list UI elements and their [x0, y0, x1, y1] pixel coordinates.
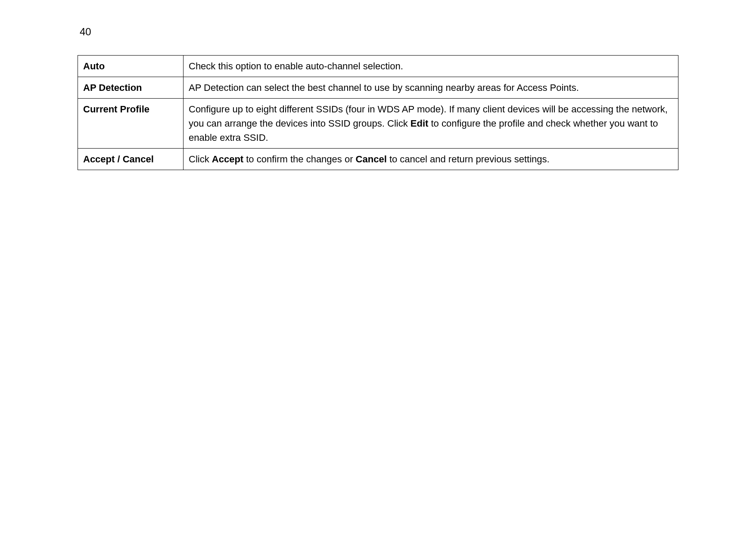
table-row: Accept / Cancel Click Accept to confirm … [78, 149, 678, 170]
desc-text: to cancel and return previous settings. [387, 154, 550, 165]
settings-table: Auto Check this option to enable auto-ch… [78, 55, 678, 170]
row-desc-current-profile: Configure up to eight different SSIDs (f… [184, 99, 678, 149]
table-row: Current Profile Configure up to eight di… [78, 99, 678, 149]
table-row: AP Detection AP Detection can select the… [78, 77, 678, 99]
table-row: Auto Check this option to enable auto-ch… [78, 56, 678, 77]
row-desc-ap-detection: AP Detection can select the best channel… [184, 77, 678, 99]
desc-text: Click [189, 154, 212, 165]
row-desc-auto: Check this option to enable auto-channel… [184, 56, 678, 77]
desc-bold-accept: Accept [212, 154, 243, 165]
row-label-ap-detection: AP Detection [78, 77, 184, 99]
row-label-current-profile: Current Profile [78, 99, 184, 149]
desc-bold-cancel: Cancel [356, 154, 387, 165]
row-label-auto: Auto [78, 56, 184, 77]
row-label-accept-cancel: Accept / Cancel [78, 149, 184, 170]
page-number: 40 [80, 26, 678, 38]
row-desc-accept-cancel: Click Accept to confirm the changes or C… [184, 149, 678, 170]
desc-text: to confirm the changes or [243, 154, 355, 165]
desc-bold-edit: Edit [411, 118, 429, 129]
